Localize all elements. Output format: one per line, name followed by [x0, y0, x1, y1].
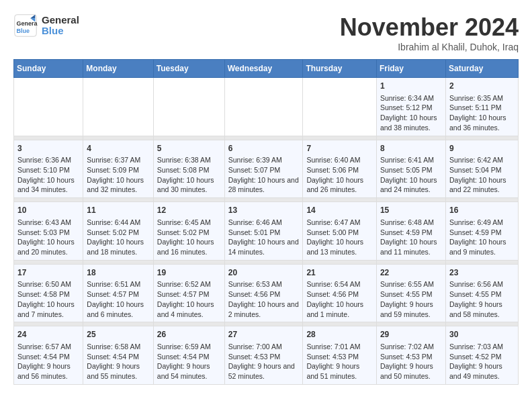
day-info: Sunrise: 6:41 AM [380, 155, 442, 165]
day-info: Sunrise: 7:01 AM [306, 342, 373, 352]
day-info: Daylight: 10 hours and 11 minutes. [380, 237, 442, 257]
day-info: Daylight: 10 hours and 38 minutes. [380, 113, 442, 132]
day-info: Daylight: 10 hours and 20 minutes. [17, 237, 79, 257]
calendar-cell: 24Sunrise: 6:57 AMSunset: 4:54 PMDayligh… [14, 326, 83, 385]
day-info: Sunrise: 6:48 AM [380, 218, 442, 228]
day-info: Sunrise: 7:03 AM [449, 342, 515, 352]
day-number: 3 [17, 143, 79, 154]
day-number: 2 [449, 81, 515, 92]
calendar-cell: 28Sunrise: 7:01 AMSunset: 4:53 PMDayligh… [303, 326, 377, 385]
day-info: Sunrise: 7:00 AM [228, 342, 300, 352]
day-info: Daylight: 10 hours and 18 minutes. [87, 237, 149, 257]
day-number: 17 [17, 267, 79, 279]
day-info: Sunrise: 6:50 AM [17, 279, 79, 289]
day-number: 16 [449, 205, 515, 216]
day-info: Daylight: 10 hours and 7 minutes. [17, 300, 79, 319]
calendar-cell: 16Sunrise: 6:49 AMSunset: 4:59 PMDayligh… [445, 202, 518, 261]
day-info: Daylight: 9 hours and 54 minutes. [157, 361, 221, 381]
calendar-cell: 27Sunrise: 7:00 AMSunset: 4:53 PMDayligh… [224, 326, 303, 385]
day-number: 9 [449, 143, 515, 154]
svg-text:Blue: Blue [17, 28, 30, 34]
day-info: Daylight: 9 hours and 55 minutes. [87, 361, 149, 381]
day-info: Sunset: 5:05 PM [380, 165, 442, 175]
day-info: Daylight: 10 hours and 36 minutes. [449, 113, 515, 132]
title-block: November 2024 Ibrahim al Khalil, Duhok, … [340, 13, 519, 52]
day-number: 7 [306, 143, 373, 154]
day-number: 21 [306, 267, 373, 279]
day-info: Daylight: 10 hours and 30 minutes. [157, 175, 221, 195]
day-info: Sunset: 5:10 PM [17, 165, 79, 175]
day-info: Sunset: 4:59 PM [380, 228, 442, 238]
day-info: Sunset: 4:59 PM [449, 228, 515, 238]
day-info: Daylight: 10 hours and 9 minutes. [449, 237, 515, 257]
day-info: Sunset: 4:53 PM [306, 352, 373, 362]
calendar-cell: 25Sunrise: 6:58 AMSunset: 4:54 PMDayligh… [83, 326, 153, 385]
calendar-cell: 15Sunrise: 6:48 AMSunset: 4:59 PMDayligh… [376, 202, 445, 261]
calendar-cell: 19Sunrise: 6:52 AMSunset: 4:57 PMDayligh… [153, 264, 224, 322]
day-info: Daylight: 9 hours and 50 minutes. [380, 361, 442, 381]
day-number: 12 [157, 205, 221, 216]
calendar-cell: 6Sunrise: 6:39 AMSunset: 5:07 PMDaylight… [224, 140, 303, 198]
header-thursday: Thursday [303, 60, 377, 78]
day-info: Sunrise: 6:42 AM [449, 155, 515, 165]
day-info: Daylight: 10 hours and 2 minutes. [228, 300, 300, 319]
day-info: Daylight: 9 hours and 59 minutes. [380, 300, 442, 319]
day-info: Sunset: 4:54 PM [17, 352, 79, 362]
day-info: Sunset: 5:07 PM [228, 165, 300, 175]
calendar-cell: 14Sunrise: 6:47 AMSunset: 5:00 PMDayligh… [303, 202, 377, 261]
day-number: 19 [157, 267, 221, 279]
day-info: Sunset: 4:56 PM [306, 289, 373, 300]
day-info: Sunrise: 6:43 AM [17, 218, 79, 228]
location: Ibrahim al Khalil, Duhok, Iraq [340, 42, 519, 52]
day-info: Sunset: 4:55 PM [380, 289, 442, 300]
day-number: 29 [380, 329, 442, 340]
day-number: 6 [228, 143, 300, 154]
calendar-cell: 30Sunrise: 7:03 AMSunset: 4:52 PMDayligh… [445, 326, 518, 385]
day-info: Daylight: 10 hours and 6 minutes. [87, 300, 149, 319]
day-info: Sunrise: 6:39 AM [228, 155, 300, 165]
calendar-cell: 29Sunrise: 7:02 AMSunset: 4:53 PMDayligh… [376, 326, 445, 385]
day-info: Sunrise: 6:49 AM [449, 218, 515, 228]
calendar-cell: 13Sunrise: 6:46 AMSunset: 5:01 PMDayligh… [224, 202, 303, 261]
header-friday: Friday [376, 60, 445, 78]
day-info: Sunset: 4:53 PM [380, 352, 442, 362]
day-info: Daylight: 10 hours and 26 minutes. [306, 175, 373, 195]
day-info: Sunset: 4:54 PM [157, 352, 221, 362]
logo: General Blue General Blue [13, 13, 79, 38]
day-info: Sunrise: 6:45 AM [157, 218, 221, 228]
day-info: Sunset: 4:53 PM [228, 352, 300, 362]
day-info: Sunset: 5:03 PM [17, 228, 79, 238]
day-number: 10 [17, 205, 79, 216]
day-number: 20 [228, 267, 300, 279]
calendar-week-row: 1Sunrise: 6:34 AMSunset: 5:12 PMDaylight… [14, 78, 519, 136]
day-number: 5 [157, 143, 221, 154]
day-info: Sunset: 4:52 PM [449, 352, 515, 362]
calendar-cell: 5Sunrise: 6:38 AMSunset: 5:08 PMDaylight… [153, 140, 224, 198]
day-info: Sunset: 5:08 PM [157, 165, 221, 175]
day-info: Sunset: 5:11 PM [449, 103, 515, 113]
calendar-week-row: 17Sunrise: 6:50 AMSunset: 4:58 PMDayligh… [14, 264, 519, 322]
calendar-cell: 1Sunrise: 6:34 AMSunset: 5:12 PMDaylight… [376, 78, 445, 136]
calendar-week-row: 24Sunrise: 6:57 AMSunset: 4:54 PMDayligh… [14, 326, 519, 385]
day-info: Sunrise: 6:35 AM [449, 93, 515, 103]
day-number: 14 [306, 205, 373, 216]
day-number: 24 [17, 329, 79, 340]
calendar-cell: 17Sunrise: 6:50 AMSunset: 4:58 PMDayligh… [14, 264, 83, 322]
day-number: 11 [87, 205, 149, 216]
day-info: Daylight: 10 hours and 32 minutes. [87, 175, 149, 195]
day-number: 30 [449, 329, 515, 340]
day-info: Daylight: 10 hours and 16 minutes. [157, 237, 221, 257]
calendar-cell: 12Sunrise: 6:45 AMSunset: 5:02 PMDayligh… [153, 202, 224, 261]
day-info: Sunset: 5:01 PM [228, 228, 300, 238]
day-info: Sunrise: 6:54 AM [306, 279, 373, 289]
day-info: Sunset: 4:57 PM [87, 289, 149, 300]
calendar-cell: 10Sunrise: 6:43 AMSunset: 5:03 PMDayligh… [14, 202, 83, 261]
calendar-cell [83, 78, 153, 136]
day-info: Sunset: 4:58 PM [17, 289, 79, 300]
day-info: Sunrise: 6:44 AM [87, 218, 149, 228]
day-info: Daylight: 10 hours and 13 minutes. [306, 237, 373, 257]
day-info: Daylight: 10 hours and 34 minutes. [17, 175, 79, 195]
header-sunday: Sunday [14, 60, 83, 78]
day-info: Sunset: 5:12 PM [380, 103, 442, 113]
logo-icon: General Blue [13, 13, 38, 38]
